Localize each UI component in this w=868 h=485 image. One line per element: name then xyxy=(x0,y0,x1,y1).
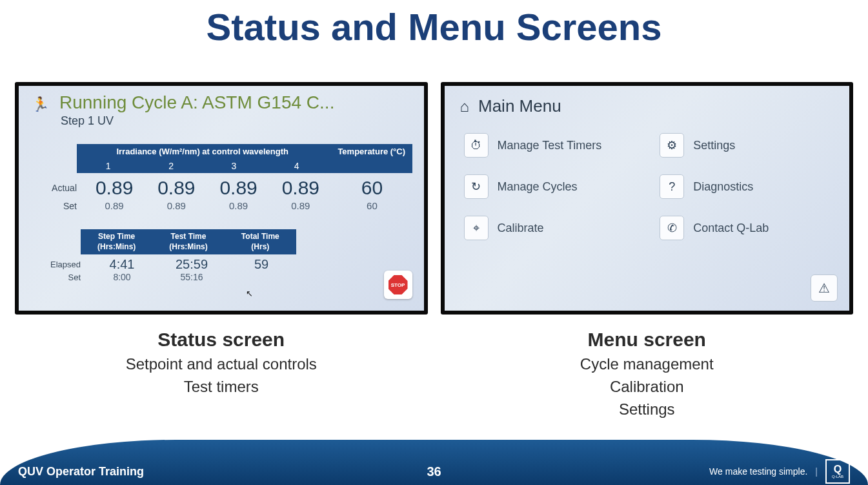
warning-button[interactable]: ⚠ xyxy=(811,274,838,302)
irr-set: 0.89 xyxy=(207,200,269,211)
menu-label: Manage Cycles xyxy=(498,180,578,194)
irr-actual: 0.89 xyxy=(83,177,145,199)
running-cycle-title: Running Cycle A: ASTM G154 C... xyxy=(59,92,334,113)
time-hdr-test: Test Time(Hrs:Mins) xyxy=(152,229,224,254)
caption-line: Settings xyxy=(441,398,854,421)
caption-line: Test timers xyxy=(15,376,428,398)
menu-item-diagnostics[interactable]: ? Diagnostics xyxy=(660,174,830,199)
menu-item-manage-cycles[interactable]: ↻ Manage Cycles xyxy=(464,174,634,199)
target-icon: ⌖ xyxy=(464,216,489,240)
irr-actual: 0.89 xyxy=(270,177,332,199)
irradiance-table: Irradiance (W/m²/nm) at control waveleng… xyxy=(38,144,412,211)
col-num: 3 xyxy=(203,159,265,173)
running-icon: 🏃 xyxy=(32,96,49,113)
col-num: 2 xyxy=(139,159,202,173)
set-test: 55:16 xyxy=(157,272,227,282)
col-num: 4 xyxy=(265,159,328,173)
menu-label: Contact Q-Lab xyxy=(693,222,769,235)
menu-label: Settings xyxy=(693,139,735,152)
menu-screen-panel: ⌂ Main Menu ⏱ Manage Test Timers ⚙ Setti… xyxy=(441,82,854,315)
irr-set: 0.89 xyxy=(145,200,207,211)
stop-icon: STOP xyxy=(389,275,408,294)
status-screen-panel: 🏃 Running Cycle A: ASTM G154 C... Step 1… xyxy=(15,82,428,315)
menu-item-calibrate[interactable]: ⌖ Calibrate xyxy=(464,216,634,240)
elapsed-step: 4:41 xyxy=(87,257,157,272)
menu-label: Manage Test Timers xyxy=(498,139,602,152)
slide-title: Status and Menu Screens xyxy=(0,5,868,48)
temperature-header: Temperature (°C) xyxy=(330,144,412,159)
menu-item-manage-test-timers[interactable]: ⏱ Manage Test Timers xyxy=(464,133,634,158)
temp-actual: 60 xyxy=(332,177,412,199)
stopwatch-icon: ⏱ xyxy=(464,133,489,158)
caption-left: Status screen Setpoint and actual contro… xyxy=(15,326,428,420)
set-step: 8:00 xyxy=(87,272,157,282)
temp-set: 60 xyxy=(332,200,412,211)
gear-icon: ⚙ xyxy=(660,133,684,158)
elapsed-test: 25:59 xyxy=(157,257,227,272)
home-icon[interactable]: ⌂ xyxy=(460,98,470,116)
warning-icon: ⚠ xyxy=(818,280,830,296)
running-step: Step 1 UV xyxy=(61,114,334,128)
main-menu-title: Main Menu xyxy=(478,96,561,116)
row-label-actual: Actual xyxy=(38,183,83,193)
mouse-cursor-icon: ↖ xyxy=(246,289,253,298)
menu-label: Calibrate xyxy=(498,222,544,235)
caption-title: Menu screen xyxy=(441,329,854,351)
irr-set: 0.89 xyxy=(270,200,332,211)
caption-line: Calibration xyxy=(441,376,854,398)
irr-actual: 0.89 xyxy=(145,177,207,199)
question-icon: ? xyxy=(660,174,684,199)
time-table: Step Time(Hrs:Mins) Test Time(Hrs:Mins) … xyxy=(38,229,296,282)
qlab-logo-icon: QQ-LAB xyxy=(825,459,850,484)
caption-title: Status screen xyxy=(15,329,428,351)
footer-tagline: We make testing simple. xyxy=(709,466,807,477)
time-hdr-total: Total Time(Hrs) xyxy=(225,229,296,254)
footer-left: QUV Operator Training xyxy=(18,465,427,479)
menu-item-settings[interactable]: ⚙ Settings xyxy=(660,133,830,158)
phone-icon: ✆ xyxy=(660,216,684,240)
stop-button[interactable]: STOP xyxy=(384,271,412,299)
menu-label: Diagnostics xyxy=(693,180,753,194)
caption-line: Setpoint and actual controls xyxy=(15,353,428,376)
time-hdr-step: Step Time(Hrs:Mins) xyxy=(81,229,152,254)
page-number: 36 xyxy=(427,464,441,479)
row-label-elapsed: Elapsed xyxy=(38,260,87,269)
irradiance-header: Irradiance (W/m²/nm) at control waveleng… xyxy=(77,144,330,159)
irr-set: 0.89 xyxy=(83,200,145,211)
row-label-set2: Set xyxy=(38,273,87,282)
irr-actual: 0.89 xyxy=(207,177,269,199)
row-label-set: Set xyxy=(38,201,83,211)
elapsed-total: 59 xyxy=(227,257,296,272)
cycle-icon: ↻ xyxy=(464,174,489,199)
col-num: 1 xyxy=(77,159,139,173)
caption-right: Menu screen Cycle management Calibration… xyxy=(441,326,854,420)
menu-item-contact-qlab[interactable]: ✆ Contact Q-Lab xyxy=(660,216,830,240)
caption-line: Cycle management xyxy=(441,353,854,376)
